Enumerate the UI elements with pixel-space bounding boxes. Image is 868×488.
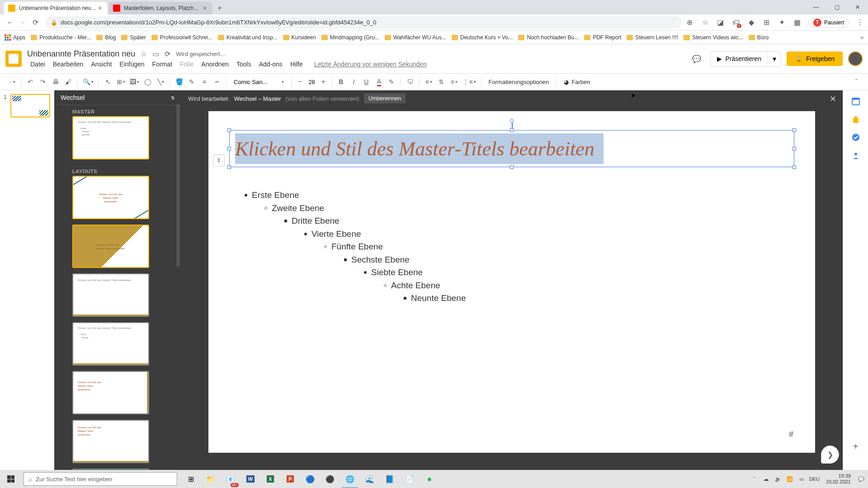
menu-einfuegen[interactable]: Einfügen	[116, 60, 147, 69]
resize-handle[interactable]	[510, 165, 514, 169]
shape-icon[interactable]: ◯	[142, 76, 153, 88]
increase-font-size[interactable]: +	[319, 77, 328, 86]
close-window-icon[interactable]: ✕	[847, 0, 868, 14]
menu-ansicht[interactable]: Ansicht	[88, 60, 115, 69]
extension-icon[interactable]: ◆	[747, 18, 756, 27]
language-indicator[interactable]: DEU	[809, 476, 820, 482]
bookmark-item[interactable]: Noch hochladen Bu...	[518, 34, 579, 41]
mail-icon[interactable]: 📧99+	[221, 470, 241, 488]
new-tab-button[interactable]: +	[213, 2, 226, 14]
file-explorer-icon[interactable]: 📁	[201, 470, 221, 488]
font-size-input[interactable]: 28	[304, 78, 319, 86]
extension-icon[interactable]: ⊞	[762, 18, 771, 27]
underline-icon[interactable]: U	[361, 76, 372, 88]
volume-icon[interactable]: 🔊	[774, 475, 782, 483]
menu-datei[interactable]: Datei	[27, 60, 48, 69]
bookmark-item[interactable]: Produktsuche - Mer...	[31, 34, 91, 41]
resize-handle[interactable]	[510, 128, 514, 132]
layout-thumbnail[interactable]: Klicken und Stil des Master-Titels bearb…	[72, 273, 149, 317]
bookmark-item[interactable]: PDF Report	[584, 34, 621, 41]
menu-hilfe[interactable]: Hilfe	[287, 60, 306, 69]
resize-handle[interactable]	[227, 147, 231, 150]
comments-icon[interactable]: 💬	[689, 51, 705, 67]
excel-icon[interactable]: X	[260, 470, 280, 488]
slides-logo-icon[interactable]	[5, 51, 22, 67]
bookmark-item[interactable]: Steuern Videos wic...	[684, 34, 743, 41]
present-button[interactable]: ▶ Präsentieren	[711, 52, 768, 66]
close-icon[interactable]: ×	[202, 5, 208, 11]
title-text[interactable]: Klicken und Stil des Master-Titels bearb…	[235, 133, 604, 164]
obs-icon[interactable]: ⚫	[320, 470, 340, 488]
keep-icon[interactable]	[851, 115, 860, 124]
word-icon[interactable]: W	[241, 470, 260, 488]
colors-button[interactable]: ◕Farben	[560, 79, 594, 85]
browser-tab[interactable]: Masterfolien, Layouts, Platzhalte ×	[108, 2, 212, 14]
layout-thumbnail[interactable]: Klicken und Stil desMaster-Titelsbearbei…	[72, 371, 149, 414]
rotate-handle[interactable]	[510, 119, 514, 122]
app-icon[interactable]: 🔵	[300, 470, 320, 488]
slide-thumbnail[interactable]	[10, 94, 50, 117]
extension-icon[interactable]: ▦	[793, 18, 802, 27]
explore-button[interactable]: ❯	[821, 446, 839, 464]
maximize-icon[interactable]: ▢	[826, 0, 847, 14]
collapse-toolbar-icon[interactable]: ˆ	[851, 76, 862, 88]
chrome-profile[interactable]: T Pausiert	[808, 17, 849, 28]
add-sidepanel-icon[interactable]: +	[853, 441, 859, 452]
bookmarks-overflow-icon[interactable]: »	[860, 34, 863, 41]
spotify-icon[interactable]: ●	[420, 470, 439, 488]
border-color-icon[interactable]: ✎	[186, 76, 197, 88]
layout-thumbnail[interactable]: Klicken und Stil des Master-Titels bearb…	[72, 322, 149, 366]
bulleted-list-icon[interactable]: ⋮≡▾	[461, 76, 477, 88]
back-icon[interactable]: ←	[4, 16, 16, 29]
body-placeholder[interactable]: Erste Ebene Zweite Ebene Dritte Ebene Vi…	[245, 189, 466, 305]
tray-chevron-icon[interactable]: ˆ	[750, 475, 759, 483]
master-thumbnail[interactable]: Klicken und Stil des Master-Titels bearb…	[72, 116, 149, 160]
app-icon[interactable]: 📘	[380, 470, 400, 488]
tasks-icon[interactable]	[851, 133, 860, 142]
bookmark-item[interactable]: Deutsche Kurs + Vo...	[452, 34, 513, 41]
layout-thumbnail[interactable]: Klicken und Stil desMaster-Titelsbearbei…	[72, 420, 149, 463]
rename-button[interactable]: Umbenennen	[364, 94, 406, 103]
chrome-icon[interactable]: 🌐	[340, 470, 360, 488]
share-button[interactable]: 🔒 Freigeben	[787, 52, 843, 66]
highlight-icon[interactable]: ✎	[386, 76, 397, 88]
bookmark-item[interactable]: Kreativität und Insp...	[218, 34, 278, 41]
bookmark-item[interactable]: Später	[121, 34, 146, 41]
taskbar-search[interactable]: ⌕ Zur Suche Text hier eingeben	[24, 472, 177, 486]
minimize-icon[interactable]: —	[806, 0, 826, 14]
apps-shortcut[interactable]: Apps	[5, 34, 25, 41]
extension-icon[interactable]: ◪	[716, 18, 725, 27]
layout-thumbnail[interactable]: Klicken und Stil desMaster-Titels bearbe…	[72, 225, 149, 268]
move-icon[interactable]: ▭	[152, 50, 159, 58]
decrease-font-size[interactable]: −	[295, 77, 304, 86]
last-change-link[interactable]: Letzte Änderung vor wenigen Sekunden	[311, 60, 430, 69]
notepad-icon[interactable]: 📄	[400, 470, 420, 488]
slide-canvas[interactable]: ⇕ Klicken und Stil des Master-Titels bea…	[208, 111, 815, 453]
bookmark-item[interactable]: Mindmapping (Gru...	[321, 34, 379, 41]
bookmark-item[interactable]: Professionell Schrei...	[151, 34, 212, 41]
insert-link-icon[interactable]: 🗨	[405, 76, 415, 88]
line-icon[interactable]: ╲▾	[155, 76, 166, 88]
text-color-icon[interactable]: A	[373, 76, 384, 88]
start-button[interactable]	[0, 470, 22, 488]
slide-number-placeholder[interactable]: #	[789, 430, 793, 439]
extensions-menu-icon[interactable]: ✦	[778, 18, 787, 27]
zoom-icon[interactable]: ⊕	[685, 18, 694, 27]
notifications-icon[interactable]: 💬	[857, 475, 865, 483]
menu-addons[interactable]: Add-ons	[256, 60, 286, 69]
paint-format-icon[interactable]: 🖌	[63, 76, 74, 88]
network-icon[interactable]: 📶	[786, 475, 794, 483]
redo-icon[interactable]: ↷	[38, 76, 48, 88]
powerpoint-icon[interactable]: P	[280, 470, 300, 488]
browser-tab-active[interactable]: Unbenannte Präsentation neu - G ×	[4, 2, 108, 14]
reload-icon[interactable]: ⟳	[29, 16, 42, 29]
extension-icon[interactable]: 🏷3	[731, 18, 741, 27]
chrome-menu-icon[interactable]: ⋮	[855, 18, 864, 27]
resize-handle[interactable]	[793, 147, 796, 150]
bookmark-item[interactable]: Wahlfächer WU Aus...	[385, 34, 446, 41]
address-bar[interactable]: 🔒 docs.google.com/presentation/d/1o2Pm-L…	[45, 16, 682, 29]
autofit-icon[interactable]: ⇕	[213, 155, 225, 166]
numbered-list-icon[interactable]: ≡▾	[448, 76, 459, 88]
present-dropdown[interactable]: ▾	[768, 52, 781, 66]
zoom-icon[interactable]: 🔍▾	[81, 76, 95, 88]
